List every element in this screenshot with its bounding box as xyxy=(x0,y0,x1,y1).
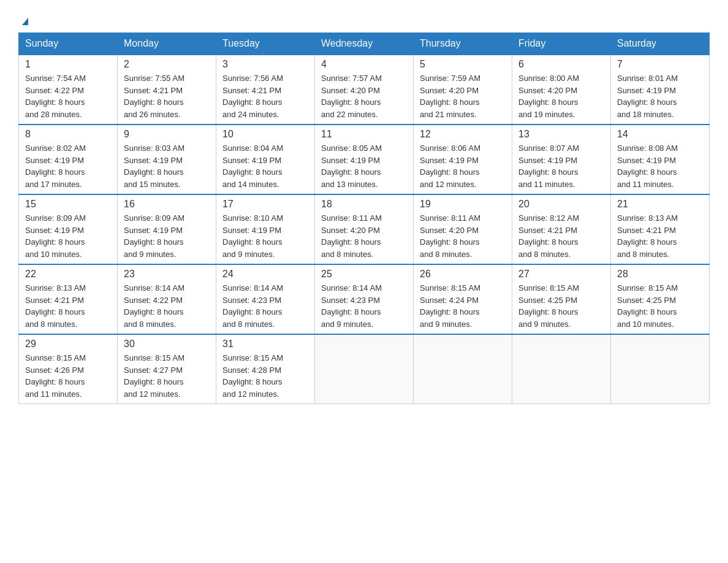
calendar-week-row: 8 Sunrise: 8:02 AM Sunset: 4:19 PM Dayli… xyxy=(19,124,710,194)
day-info: Sunrise: 8:15 AM Sunset: 4:25 PM Dayligh… xyxy=(617,282,703,330)
calendar-day-cell: 27 Sunrise: 8:15 AM Sunset: 4:25 PM Dayl… xyxy=(512,264,611,334)
calendar-table: SundayMondayTuesdayWednesdayThursdayFrid… xyxy=(18,33,710,404)
day-number: 11 xyxy=(321,129,407,140)
day-number: 25 xyxy=(321,269,407,280)
calendar-day-cell: 6 Sunrise: 8:00 AM Sunset: 4:20 PM Dayli… xyxy=(512,55,611,124)
day-number: 9 xyxy=(124,129,210,140)
calendar-day-cell: 4 Sunrise: 7:57 AM Sunset: 4:20 PM Dayli… xyxy=(315,55,414,124)
logo-triangle-icon xyxy=(20,15,31,26)
day-info: Sunrise: 8:02 AM Sunset: 4:19 PM Dayligh… xyxy=(25,142,111,190)
day-info: Sunrise: 8:15 AM Sunset: 4:26 PM Dayligh… xyxy=(25,352,111,400)
day-number: 28 xyxy=(617,269,703,280)
calendar-day-cell: 10 Sunrise: 8:04 AM Sunset: 4:19 PM Dayl… xyxy=(216,124,315,194)
weekday-header-friday: Friday xyxy=(512,33,611,55)
day-number: 17 xyxy=(222,199,308,210)
calendar-day-cell: 25 Sunrise: 8:14 AM Sunset: 4:23 PM Dayl… xyxy=(315,264,414,334)
calendar-day-cell: 22 Sunrise: 8:13 AM Sunset: 4:21 PM Dayl… xyxy=(19,264,118,334)
calendar-day-cell xyxy=(315,334,414,404)
calendar-day-cell: 18 Sunrise: 8:11 AM Sunset: 4:20 PM Dayl… xyxy=(315,194,414,264)
day-number: 21 xyxy=(617,199,703,210)
day-info: Sunrise: 8:08 AM Sunset: 4:19 PM Dayligh… xyxy=(617,142,703,190)
day-info: Sunrise: 7:57 AM Sunset: 4:20 PM Dayligh… xyxy=(321,72,407,120)
day-number: 1 xyxy=(25,59,111,70)
day-info: Sunrise: 8:11 AM Sunset: 4:20 PM Dayligh… xyxy=(420,212,506,260)
day-info: Sunrise: 8:01 AM Sunset: 4:19 PM Dayligh… xyxy=(617,72,703,120)
day-info: Sunrise: 8:14 AM Sunset: 4:22 PM Dayligh… xyxy=(124,282,210,330)
day-info: Sunrise: 8:14 AM Sunset: 4:23 PM Dayligh… xyxy=(222,282,308,330)
day-number: 27 xyxy=(518,269,604,280)
day-info: Sunrise: 7:56 AM Sunset: 4:21 PM Dayligh… xyxy=(222,72,308,120)
day-number: 23 xyxy=(124,269,210,280)
day-info: Sunrise: 8:09 AM Sunset: 4:19 PM Dayligh… xyxy=(25,212,111,260)
day-info: Sunrise: 8:15 AM Sunset: 4:25 PM Dayligh… xyxy=(518,282,604,330)
day-info: Sunrise: 8:13 AM Sunset: 4:21 PM Dayligh… xyxy=(617,212,703,260)
calendar-day-cell: 24 Sunrise: 8:14 AM Sunset: 4:23 PM Dayl… xyxy=(216,264,315,334)
svg-marker-0 xyxy=(22,18,28,25)
day-number: 18 xyxy=(321,199,407,210)
day-number: 29 xyxy=(25,339,111,350)
day-number: 22 xyxy=(25,269,111,280)
day-number: 13 xyxy=(518,129,604,140)
weekday-header-saturday: Saturday xyxy=(611,33,710,55)
calendar-day-cell: 19 Sunrise: 8:11 AM Sunset: 4:20 PM Dayl… xyxy=(414,194,512,264)
weekday-header-tuesday: Tuesday xyxy=(216,33,315,55)
day-info: Sunrise: 8:06 AM Sunset: 4:19 PM Dayligh… xyxy=(420,142,506,190)
calendar-day-cell: 5 Sunrise: 7:59 AM Sunset: 4:20 PM Dayli… xyxy=(414,55,512,124)
day-info: Sunrise: 8:15 AM Sunset: 4:24 PM Dayligh… xyxy=(420,282,506,330)
weekday-header-thursday: Thursday xyxy=(414,33,512,55)
calendar-day-cell: 12 Sunrise: 8:06 AM Sunset: 4:19 PM Dayl… xyxy=(414,124,512,194)
calendar-day-cell: 29 Sunrise: 8:15 AM Sunset: 4:26 PM Dayl… xyxy=(19,334,118,404)
weekday-header-wednesday: Wednesday xyxy=(315,33,414,55)
calendar-day-cell: 2 Sunrise: 7:55 AM Sunset: 4:21 PM Dayli… xyxy=(118,55,216,124)
day-number: 26 xyxy=(420,269,506,280)
day-number: 4 xyxy=(321,59,407,70)
calendar-day-cell: 1 Sunrise: 7:54 AM Sunset: 4:22 PM Dayli… xyxy=(19,55,118,124)
calendar-day-cell xyxy=(414,334,512,404)
calendar-week-row: 15 Sunrise: 8:09 AM Sunset: 4:19 PM Dayl… xyxy=(19,194,710,264)
day-number: 12 xyxy=(420,129,506,140)
day-info: Sunrise: 8:04 AM Sunset: 4:19 PM Dayligh… xyxy=(222,142,308,190)
calendar-day-cell: 26 Sunrise: 8:15 AM Sunset: 4:24 PM Dayl… xyxy=(414,264,512,334)
day-number: 30 xyxy=(124,339,210,350)
page-header xyxy=(18,12,710,26)
calendar-day-cell: 31 Sunrise: 8:15 AM Sunset: 4:28 PM Dayl… xyxy=(216,334,315,404)
day-info: Sunrise: 8:07 AM Sunset: 4:19 PM Dayligh… xyxy=(518,142,604,190)
calendar-day-cell: 28 Sunrise: 8:15 AM Sunset: 4:25 PM Dayl… xyxy=(611,264,710,334)
calendar-day-cell: 15 Sunrise: 8:09 AM Sunset: 4:19 PM Dayl… xyxy=(19,194,118,264)
day-info: Sunrise: 8:11 AM Sunset: 4:20 PM Dayligh… xyxy=(321,212,407,260)
calendar-week-row: 29 Sunrise: 8:15 AM Sunset: 4:26 PM Dayl… xyxy=(19,334,710,404)
day-info: Sunrise: 8:12 AM Sunset: 4:21 PM Dayligh… xyxy=(518,212,604,260)
calendar-day-cell: 17 Sunrise: 8:10 AM Sunset: 4:19 PM Dayl… xyxy=(216,194,315,264)
day-info: Sunrise: 8:03 AM Sunset: 4:19 PM Dayligh… xyxy=(124,142,210,190)
calendar-header-row: SundayMondayTuesdayWednesdayThursdayFrid… xyxy=(19,33,710,55)
day-number: 2 xyxy=(124,59,210,70)
calendar-day-cell: 23 Sunrise: 8:14 AM Sunset: 4:22 PM Dayl… xyxy=(118,264,216,334)
day-info: Sunrise: 8:15 AM Sunset: 4:28 PM Dayligh… xyxy=(222,352,308,400)
calendar-day-cell: 14 Sunrise: 8:08 AM Sunset: 4:19 PM Dayl… xyxy=(611,124,710,194)
day-info: Sunrise: 8:10 AM Sunset: 4:19 PM Dayligh… xyxy=(222,212,308,260)
calendar-day-cell: 20 Sunrise: 8:12 AM Sunset: 4:21 PM Dayl… xyxy=(512,194,611,264)
calendar-day-cell: 3 Sunrise: 7:56 AM Sunset: 4:21 PM Dayli… xyxy=(216,55,315,124)
calendar-week-row: 1 Sunrise: 7:54 AM Sunset: 4:22 PM Dayli… xyxy=(19,55,710,124)
day-number: 31 xyxy=(222,339,308,350)
day-number: 10 xyxy=(222,129,308,140)
calendar-day-cell: 9 Sunrise: 8:03 AM Sunset: 4:19 PM Dayli… xyxy=(118,124,216,194)
day-number: 19 xyxy=(420,199,506,210)
day-info: Sunrise: 8:15 AM Sunset: 4:27 PM Dayligh… xyxy=(124,352,210,400)
calendar-day-cell xyxy=(611,334,710,404)
day-info: Sunrise: 8:13 AM Sunset: 4:21 PM Dayligh… xyxy=(25,282,111,330)
day-number: 24 xyxy=(222,269,308,280)
weekday-header-sunday: Sunday xyxy=(19,33,118,55)
day-number: 14 xyxy=(617,129,703,140)
logo xyxy=(18,12,31,26)
day-number: 15 xyxy=(25,199,111,210)
day-info: Sunrise: 8:14 AM Sunset: 4:23 PM Dayligh… xyxy=(321,282,407,330)
day-info: Sunrise: 7:54 AM Sunset: 4:22 PM Dayligh… xyxy=(25,72,111,120)
day-number: 6 xyxy=(518,59,604,70)
day-info: Sunrise: 8:09 AM Sunset: 4:19 PM Dayligh… xyxy=(124,212,210,260)
day-number: 3 xyxy=(222,59,308,70)
day-info: Sunrise: 7:59 AM Sunset: 4:20 PM Dayligh… xyxy=(420,72,506,120)
day-number: 16 xyxy=(124,199,210,210)
calendar-day-cell xyxy=(512,334,611,404)
day-number: 20 xyxy=(518,199,604,210)
